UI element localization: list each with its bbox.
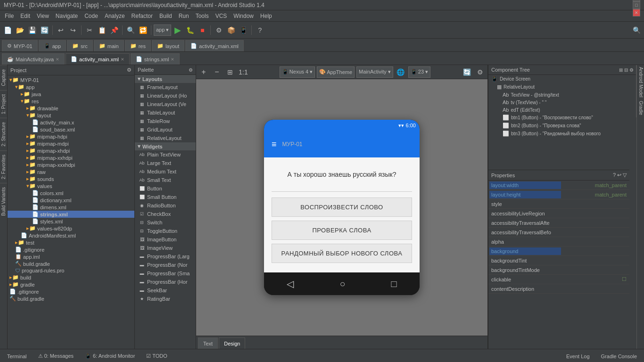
menu-item-refactor[interactable]: Refactor	[129, 12, 156, 20]
fit-screen-button[interactable]: ⊞	[224, 66, 236, 78]
sdk-manager-button[interactable]: 📦	[225, 25, 237, 36]
tab-strings-xml[interactable]: 📄strings.xml✕	[131, 53, 180, 65]
device-dropdown[interactable]: 📱 Nexus 4 ▾	[280, 66, 315, 78]
palette-settings-icon[interactable]: ⚙	[189, 67, 193, 73]
palette-item-Switch[interactable]: ⊟Switch	[135, 218, 196, 227]
btn-random[interactable]: РАНДОМНЫЙ ВЫБОР НОВОГО СЛОВА	[272, 244, 412, 263]
close-mainactivity-tab[interactable]: ✕	[56, 57, 59, 62]
run-config-dropdown[interactable]: app ▾	[154, 25, 171, 36]
tree-item-values[interactable]: ▾📁values	[8, 182, 134, 189]
tree-item-mipmap-hdpi[interactable]: ▸📁mipmap-hdpi	[8, 133, 134, 140]
tree-item-layout[interactable]: ▾📁layout	[8, 112, 134, 119]
ct-item-tv--TextView-------[interactable]: Abtv (TextView) - " "	[488, 99, 636, 106]
tree-item-sounds[interactable]: ▸📁sounds	[8, 175, 134, 182]
maximize-button[interactable]: □	[633, 1, 640, 9]
menu-item-code[interactable]: Code	[82, 12, 101, 20]
btn-proverka[interactable]: ПРОВЕРКА СЛОВА	[272, 221, 412, 240]
tree-item-styles-xml[interactable]: 📄styles.xml	[8, 218, 134, 225]
menu-item-analyze[interactable]: Analyze	[102, 12, 128, 20]
variants-panel-btn[interactable]: Build Variants	[0, 183, 7, 220]
close-activity-main-tab[interactable]: ✕	[121, 57, 124, 62]
tree-item-test[interactable]: ▸📁test	[8, 239, 134, 246]
api-dropdown[interactable]: 📱 23 ▾	[408, 66, 430, 78]
prop-filter-icon[interactable]: ▽	[623, 172, 627, 178]
close-strings-tab[interactable]: ✕	[171, 57, 174, 62]
avd-manager-button[interactable]: 📱	[238, 25, 249, 36]
tree-item-gradle[interactable]: ▸📁gradle	[8, 281, 134, 288]
palette-item-RatingBar[interactable]: ★RatingBar	[135, 295, 196, 303]
global-search-button[interactable]: 🔍	[631, 25, 642, 36]
prop-row-layout-width[interactable]: layout:widthmatch_parent	[488, 181, 629, 190]
tree-item-mipmap-mdpi[interactable]: ▸📁mipmap-mdpi	[8, 140, 134, 147]
tree-item-res[interactable]: ▾📁res	[8, 98, 134, 105]
todo-tab[interactable]: ☑ TODO	[141, 351, 172, 361]
tab-activity-xml[interactable]: 📄activity_main.xml	[185, 40, 244, 51]
menu-item-tools[interactable]: Tools	[193, 12, 212, 20]
tab-app[interactable]: 📱app	[39, 40, 66, 51]
undo-button[interactable]: ↩	[55, 25, 66, 36]
palette-item-GridLayout[interactable]: ▦GridLayout	[135, 125, 196, 134]
project-panel-btn[interactable]: 1: Project	[0, 90, 7, 118]
refresh-button[interactable]: 🔄	[461, 66, 472, 78]
menu-item-file[interactable]: File	[2, 12, 17, 20]
ct-item-btn1--Button------------------[interactable]: ⬜btn1 (Button) - "Воспроизвести слово"	[488, 114, 636, 122]
tab-res[interactable]: 📁res	[125, 40, 151, 51]
sidebar-gear-icon[interactable]: ⚙	[127, 67, 132, 73]
palette-section-widgets[interactable]: ▾Widgets	[135, 142, 196, 150]
palette-item-CheckBox[interactable]: ☑CheckBox	[135, 210, 196, 218]
redo-button[interactable]: ↪	[67, 25, 79, 36]
tab-activity-main-xml[interactable]: 📄activity_main.xml✕	[66, 53, 130, 65]
android-model-button[interactable]: Android Model	[636, 65, 644, 99]
palette-item-LinearLayout--Ho[interactable]: ▦LinearLayout (Ho	[135, 91, 196, 100]
tree-item-java[interactable]: ▸📁java	[8, 90, 134, 98]
tree-item-values-w820dp[interactable]: ▸📁values-w820dp	[8, 225, 134, 232]
palette-item-RelativeLayout[interactable]: ▦RelativeLayout	[135, 134, 196, 142]
prop-undo-icon[interactable]: ↩	[617, 172, 621, 178]
run-button[interactable]: ▶	[172, 25, 183, 36]
tab-src[interactable]: 📁src	[67, 40, 93, 51]
tree-item-proguard-rules-pro[interactable]: 🛡proguard-rules.pro	[8, 267, 134, 274]
menu-item-vcs[interactable]: VCS	[213, 12, 230, 20]
ct-item-RelativeLayout[interactable]: ▦RelativeLayout	[488, 83, 636, 91]
debug-button[interactable]: 🐛	[184, 25, 196, 36]
ct-settings-icon[interactable]: ⚙	[629, 67, 634, 73]
palette-item-ProgressBar--Hor[interactable]: ▬ProgressBar (Hor	[135, 278, 196, 286]
tree-item-activity-main-x[interactable]: 📄activity_main.x	[8, 119, 134, 126]
prop-row-accessibilityTraversalAfte[interactable]: accessibilityTraversalAfte	[488, 218, 629, 228]
tree-item-AndroidManifest-xml[interactable]: 📄AndroidManifest.xml	[8, 232, 134, 239]
palette-item-Small-Text[interactable]: AbSmall Text	[135, 176, 196, 184]
palette-section-layouts[interactable]: ▾Layouts	[135, 75, 196, 83]
palette-item-ImageButton[interactable]: 🖼ImageButton	[135, 235, 196, 244]
prop-help-icon[interactable]: ?	[613, 172, 616, 178]
event-log-tab[interactable]: Event Log	[561, 352, 595, 361]
palette-item-FrameLayout[interactable]: ▦FrameLayout	[135, 83, 196, 91]
android-monitor-tab[interactable]: 📱 6: Android Monitor	[80, 351, 140, 361]
copy-button[interactable]: 📋	[96, 25, 107, 36]
search-button[interactable]: 🔍	[125, 25, 136, 36]
menu-item-help[interactable]: Help	[257, 12, 275, 20]
menu-item-run[interactable]: Run	[176, 12, 192, 20]
ct-expand-icon[interactable]: ⊞	[619, 67, 623, 73]
prop-row-accessibilityLiveRegion[interactable]: accessibilityLiveRegion	[488, 209, 629, 218]
ct-item-btn2--Button------------------[interactable]: ⬜btn2 (Button) - "Проверка слова"	[488, 122, 636, 130]
prop-row-backgroundTintMode[interactable]: backgroundTintMode	[488, 265, 629, 275]
menu-item-build[interactable]: Build	[157, 12, 175, 20]
messages-tab[interactable]: ⚠ 0: Messages	[33, 351, 79, 361]
theme-dropdown[interactable]: 🎨 AppTheme	[317, 66, 355, 78]
gradle-console-tab[interactable]: Gradle Console	[596, 352, 642, 361]
ct-item-TextView----string-text[interactable]: AbTextView - @string/text	[488, 91, 636, 99]
zoom-out-button[interactable]: −	[211, 66, 223, 78]
palette-item-Plain-TextView[interactable]: AbPlain TextView	[135, 150, 196, 159]
gradle-button[interactable]: Gradle	[636, 99, 644, 117]
menu-item-view[interactable]: View	[34, 12, 52, 20]
home-nav-button[interactable]: ○	[339, 279, 345, 289]
back-nav-button[interactable]: ◁	[287, 278, 294, 289]
tree-item-strings-xml[interactable]: 📄strings.xml	[8, 211, 134, 218]
prop-row-layout-height[interactable]: layout:heightmatch_parent	[488, 190, 629, 199]
tree-item-dictionary-xml[interactable]: 📄dictionary.xml	[8, 197, 134, 204]
menu-item-edit[interactable]: Edit	[17, 12, 33, 20]
locale-button[interactable]: 🌐	[395, 66, 406, 78]
palette-item-ProgressBar--Nor[interactable]: ▬ProgressBar (Nor	[135, 261, 196, 269]
prop-row-clickable[interactable]: clickable☐	[488, 275, 629, 284]
tree-item-soud-base-xml[interactable]: 📄soud_base.xml	[8, 126, 134, 133]
